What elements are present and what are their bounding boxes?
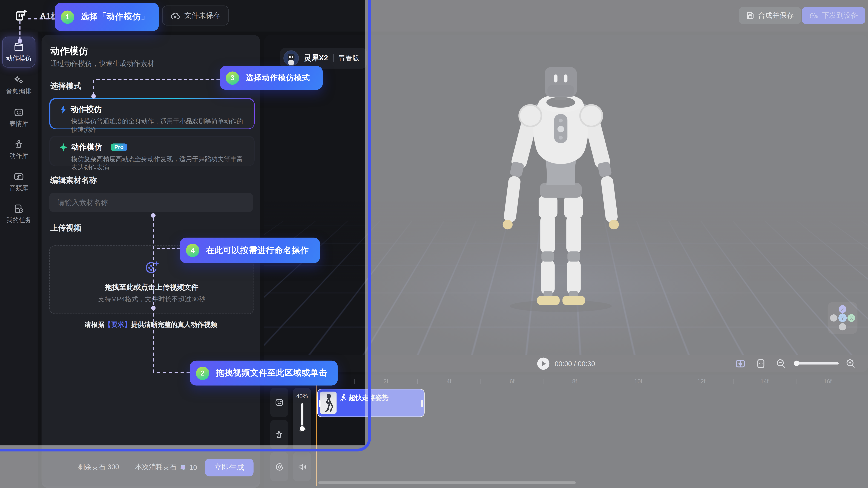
upload-section-label: 上传视频	[51, 223, 82, 233]
bolt-icon	[59, 105, 67, 114]
motion-track-button[interactable]	[270, 420, 288, 449]
tour-connector-line	[153, 218, 154, 373]
robot-selector-chip[interactable]: 灵犀X2 青春版	[280, 48, 367, 69]
clip-left-handle[interactable]	[319, 400, 320, 407]
name-section-label: 编辑素材名称	[51, 175, 97, 185]
tour-connector-dot	[151, 213, 156, 218]
tour-connector-dot	[18, 39, 22, 43]
mode-card-desc: 快速模仿普通难度的全身动作，适用于小品戏剧等简单动作的快速演绎	[71, 117, 245, 134]
sidebar-item-audio-arrange[interactable]: 音频编排	[2, 75, 36, 96]
clip-thumbnail	[320, 392, 337, 414]
requirement-link[interactable]: 【要求】	[104, 321, 131, 328]
volume-slider-knob[interactable]	[299, 426, 305, 432]
tooltip-text: 选择动作模仿模式	[246, 73, 310, 83]
expression-track-button[interactable]	[270, 388, 288, 417]
sidebar-nav: 动作模仿 音频编排 表情库 动作库 音频库 我的任务	[0, 31, 38, 488]
tooltip-text: 拖拽视频文件至此区域或单击	[216, 368, 327, 378]
person-icon	[13, 139, 24, 150]
mode-card-basic[interactable]: 动作模仿 快速模仿普通难度的全身动作，适用于小品戏剧等简单动作的快速演绎	[49, 98, 255, 129]
run-icon	[340, 394, 347, 401]
sidebar-item-my-tasks[interactable]: 我的任务	[2, 203, 36, 224]
tour-connector-line	[93, 80, 94, 95]
robot-avatar	[283, 51, 299, 66]
tooltip-text: 选择「动作模仿」	[81, 12, 150, 22]
pro-badge: Pro	[111, 143, 127, 151]
tour-connector-dot	[151, 306, 156, 310]
music-library-icon	[13, 171, 24, 182]
tooltip-text: 在此可以按需进行命名操作	[206, 245, 309, 256]
mode-card-desc: 模仿复杂高精度高动态全身动作复现，适用于舞蹈功夫等丰富表达创作表演	[71, 155, 245, 172]
sidebar-item-motion-library[interactable]: 动作库	[2, 139, 36, 160]
upload-requirement-hint: 请根据【要求】提供清晰完整的真人动作视频	[41, 320, 260, 329]
face-wink-icon	[275, 398, 284, 407]
dim-overlay-right	[365, 0, 868, 488]
sidebar-item-expression-library[interactable]: 表情库	[2, 107, 36, 128]
tour-tooltip-1: 1 选择「动作模仿」	[55, 3, 159, 31]
unsaved-label: 文件未保存	[184, 10, 220, 20]
tour-tooltip-2: 2 拖拽视频文件至此区域或单击	[190, 361, 338, 385]
panel-title: 动作模仿	[51, 45, 88, 58]
task-clock-icon	[13, 203, 24, 214]
tour-connector-line	[157, 372, 190, 373]
sidebar-item-label: 动作模仿	[3, 54, 35, 62]
sidebar-item-audio-library[interactable]: 音频库	[2, 171, 36, 192]
tour-connector-line	[28, 18, 55, 19]
sidebar-item-label: 音频编排	[2, 87, 36, 96]
sidebar-item-label: 音频库	[2, 184, 36, 192]
tour-connector-line	[96, 79, 220, 80]
upload-subtitle: 支持MP4格式，文件时长不超过30秒	[50, 295, 253, 304]
material-name-input[interactable]	[49, 193, 253, 212]
app-window: A1机 文件未保存 合成并保存 下发到设备 动作模仿 音频编排	[0, 0, 868, 488]
app-logo-icon[interactable]	[13, 8, 28, 24]
tour-connector-line	[20, 21, 21, 40]
step-number-badge: 1	[61, 10, 74, 24]
dim-overlay-bottom	[0, 445, 365, 488]
unsaved-status-button[interactable]: 文件未保存	[162, 5, 228, 26]
step-number-badge: 2	[196, 367, 209, 380]
mode-card-pro[interactable]: 动作模仿 Pro 模仿复杂高精度高动态全身动作复现，适用于舞蹈功夫等丰富表达创作…	[49, 136, 255, 166]
mode-card-title: 动作模仿	[71, 104, 101, 114]
step-number-badge: 3	[226, 71, 239, 85]
upload-title: 拖拽至此或点击上传视频文件	[50, 283, 253, 292]
clapperboard-icon	[13, 41, 24, 53]
tour-connector-dot	[91, 94, 96, 99]
tour-tooltip-3: 3 选择动作模仿模式	[220, 66, 323, 90]
robot-edition: 青春版	[338, 54, 359, 63]
robot-face-icon	[13, 107, 24, 118]
sidebar-item-label: 动作库	[2, 152, 36, 160]
star-icon	[59, 143, 67, 151]
mode-card-title: 动作模仿	[71, 142, 102, 152]
robot-name: 灵犀X2	[304, 53, 328, 63]
step-number-badge: 4	[186, 244, 199, 257]
tour-tooltip-4: 4 在此可以按需进行命名操作	[180, 238, 320, 263]
sidebar-item-label: 表情库	[2, 120, 36, 128]
mode-section-label: 选择模式	[51, 82, 82, 91]
volume-value: 40%	[293, 393, 311, 399]
cloud-unsaved-icon	[170, 11, 180, 20]
panel-subtitle: 通过动作模仿，快速生成动作素材	[51, 59, 154, 69]
volume-popup: 40%	[293, 388, 311, 451]
tour-connector-line	[157, 248, 180, 249]
divider	[333, 54, 334, 62]
person-track-icon	[275, 430, 284, 439]
sidebar-item-label: 我的任务	[2, 216, 36, 224]
sparkles-icon	[13, 75, 24, 86]
